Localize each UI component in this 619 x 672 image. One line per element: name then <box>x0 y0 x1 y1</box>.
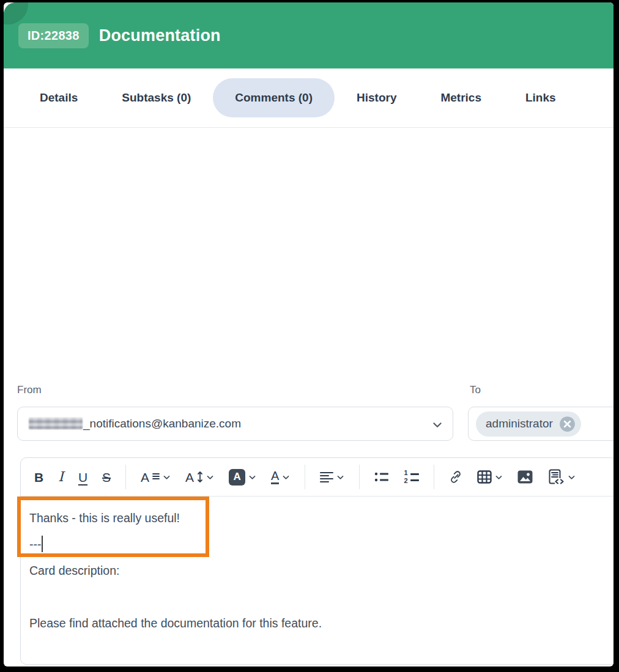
template-button[interactable] <box>543 465 580 489</box>
chevron-down-icon <box>248 473 256 481</box>
comment-text-area[interactable]: Thanks - this is really useful! --- Card… <box>21 497 613 645</box>
link-icon <box>449 470 462 484</box>
editor-line-2: --- <box>29 531 607 558</box>
table-icon <box>477 470 492 484</box>
text-color-button[interactable]: A <box>266 466 295 488</box>
chevron-down-icon <box>282 473 290 481</box>
bullet-list-button[interactable] <box>369 468 394 486</box>
text-cursor <box>42 536 43 552</box>
from-label: From <box>17 384 42 396</box>
tab-bar: Details Subtasks (0) Comments (0) Histor… <box>4 68 613 128</box>
screenshot-root: ID:22838 Documentation Details Subtasks … <box>0 0 619 672</box>
editor-line-blank <box>29 584 607 610</box>
tab-details[interactable]: Details <box>18 78 100 117</box>
editor-line-1: Thanks - this is really useful! <box>29 505 607 531</box>
align-button[interactable] <box>315 468 349 486</box>
template-icon <box>547 469 565 485</box>
italic-button[interactable]: I <box>53 467 69 487</box>
bold-button[interactable]: B <box>29 467 48 487</box>
table-button[interactable] <box>472 467 508 487</box>
editor-line-4: Please find attached the documentation f… <box>29 610 607 637</box>
chevron-down-icon <box>336 473 344 481</box>
header-corner-decoration <box>4 2 28 24</box>
tab-comments[interactable]: Comments (0) <box>213 78 335 117</box>
chevron-down-icon <box>163 473 171 481</box>
image-icon <box>517 470 533 484</box>
underline-button[interactable]: U <box>73 467 92 487</box>
up-down-arrow-icon <box>197 471 203 483</box>
card-title: Documentation <box>99 26 221 45</box>
redacted-email-prefix <box>29 418 83 429</box>
font-size-button[interactable]: A <box>180 467 219 487</box>
chevron-down-icon <box>206 473 214 481</box>
numbered-list-button[interactable]: 1 2 <box>399 465 423 489</box>
toolbar-separator <box>305 465 305 489</box>
font-lines-icon <box>152 473 160 481</box>
link-button[interactable] <box>444 467 467 487</box>
card-modal: ID:22838 Documentation Details Subtasks … <box>4 2 613 666</box>
toolbar-separator <box>125 465 126 489</box>
bullet-list-icon <box>374 471 389 482</box>
background-color-button[interactable]: A <box>224 465 261 489</box>
card-header: ID:22838 Documentation <box>4 2 613 68</box>
tab-links[interactable]: Links <box>503 78 578 117</box>
chevron-down-icon <box>432 419 443 430</box>
remove-recipient-icon[interactable] <box>559 416 576 432</box>
card-id-badge: ID:22838 <box>18 23 89 48</box>
chevron-down-icon <box>568 473 576 481</box>
image-button[interactable] <box>513 467 538 487</box>
strikethrough-button[interactable]: S <box>97 467 116 487</box>
font-family-button[interactable]: A <box>136 467 176 487</box>
editor-toolbar: B I U S A A A <box>21 458 613 497</box>
comment-editor: B I U S A A A <box>20 457 613 665</box>
recipient-chip-label: administrator <box>486 417 553 430</box>
chevron-down-icon <box>495 473 503 481</box>
numbered-list-icon: 1 2 <box>404 469 407 485</box>
align-icon <box>320 471 333 482</box>
tab-subtasks[interactable]: Subtasks (0) <box>100 78 213 117</box>
tab-metrics[interactable]: Metrics <box>418 78 503 117</box>
to-recipients-field[interactable]: administrator <box>468 407 613 441</box>
from-address-select[interactable]: _notifications@kanbanize.com <box>17 407 453 441</box>
editor-line-3: Card description: <box>29 558 607 584</box>
toolbar-separator <box>434 465 434 489</box>
toolbar-separator <box>359 465 360 489</box>
recipient-chip: administrator <box>476 412 581 437</box>
to-label: To <box>470 384 481 396</box>
from-address-value: _notifications@kanbanize.com <box>29 417 241 430</box>
tab-history[interactable]: History <box>335 78 418 117</box>
